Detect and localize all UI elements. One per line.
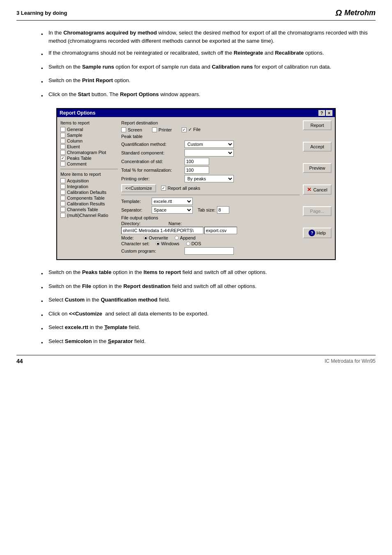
item-comment[interactable]: Comment — [60, 161, 118, 166]
windows-option[interactable]: Windows — [156, 241, 180, 246]
item-components-table[interactable]: Components Table — [60, 196, 118, 200]
bullet-4-text: Switch on the Print Report option. — [48, 76, 130, 86]
bullet-4: • Switch on the Print Report option. — [41, 76, 376, 86]
item-integration-checkbox[interactable] — [60, 184, 65, 189]
separator-select[interactable]: Space — [152, 206, 193, 214]
printer-label: Printer — [159, 127, 172, 132]
bullet-dot: • — [41, 64, 44, 73]
item-eluent-checkbox[interactable] — [60, 144, 65, 149]
bottom-bullet-5: • Select excele.rtt in the Template fiel… — [41, 323, 376, 333]
item-acquisition[interactable]: Acquisition — [60, 178, 118, 183]
customize-button[interactable]: <<Customize — [121, 184, 156, 192]
append-radio[interactable] — [175, 236, 179, 240]
item-calibration-results[interactable]: Calibration Results — [60, 201, 118, 206]
item-integration[interactable]: Integration — [60, 184, 118, 189]
tabsize-input[interactable] — [217, 206, 229, 214]
total-norm-input[interactable] — [184, 166, 209, 174]
item-acquisition-checkbox[interactable] — [60, 178, 65, 183]
help-icon: ? — [309, 230, 315, 236]
report-destination-row: Screen Printer ✓ File — [121, 127, 300, 132]
std-component-select[interactable] — [184, 149, 234, 157]
item-chromatogram-plot[interactable]: Chromatogram Plot — [60, 150, 118, 155]
dos-radio[interactable] — [186, 242, 190, 246]
dialog-help-btn[interactable]: ? — [318, 110, 325, 116]
dialog-title: Report Options — [60, 110, 95, 116]
item-sample-checkbox[interactable] — [60, 133, 65, 138]
printing-order-select[interactable]: By peaks — [184, 175, 234, 182]
printing-order-label: Printing order: — [121, 176, 183, 181]
report-all-peaks-checkbox[interactable] — [161, 186, 166, 191]
item-channels-table[interactable]: Channels Table — [60, 207, 118, 212]
item-chromatogram-checkbox[interactable] — [60, 150, 65, 155]
conc-std-label: Concentration of std: — [121, 159, 183, 164]
item-peaks-table[interactable]: Peaks Table — [60, 156, 118, 161]
dialog-body: Items to report General Sample Column El… — [57, 117, 335, 259]
mode-radio-group: Overwrite Append — [143, 235, 196, 240]
bottom-bullet-3-text: Select Custom in the Quantification meth… — [48, 296, 170, 306]
bullet-dot: • — [41, 297, 44, 306]
printer-checkbox[interactable] — [152, 127, 157, 132]
printer-option[interactable]: Printer — [152, 127, 172, 132]
screen-label: Screen — [128, 127, 142, 132]
file-option[interactable]: ✓ File — [182, 127, 201, 132]
logo: Ω Metrohm — [335, 8, 376, 18]
windows-label: Windows — [161, 241, 180, 246]
item-multi-checkbox[interactable] — [60, 213, 65, 218]
page-footer: 44 IC Metrodata for Win95 — [16, 355, 376, 364]
item-column-checkbox[interactable] — [60, 138, 65, 143]
help-label: Help — [316, 230, 326, 235]
item-cal-defaults-checkbox[interactable] — [60, 190, 65, 195]
bottom-bullet-6: • Select Semicolon in the Separator fiel… — [41, 337, 376, 347]
page-button[interactable]: Page... — [303, 206, 332, 216]
template-select[interactable]: excele.rtt — [152, 198, 193, 205]
item-comment-checkbox[interactable] — [60, 161, 65, 166]
cancel-button[interactable]: ✕ Cancel — [303, 184, 332, 195]
conc-std-input[interactable] — [184, 158, 209, 165]
separator-row: Separator: Space Tab size: — [121, 206, 300, 214]
separator-label: Separator: — [121, 207, 150, 212]
report-all-peaks-option[interactable]: Report all peaks — [161, 186, 201, 191]
customize-row: <<Customize Report all peaks — [121, 184, 300, 192]
item-components-checkbox[interactable] — [60, 196, 65, 200]
file-checkbox[interactable] — [182, 127, 187, 132]
item-column[interactable]: Column — [60, 138, 118, 143]
bullet-5: • Click on the Start button. The Report … — [41, 90, 376, 100]
item-multichannel-ratio[interactable]: (multi)Channel Ratio — [60, 213, 118, 218]
directory-input[interactable] — [121, 227, 203, 234]
bottom-bullet-3: • Select Custom in the Quantification me… — [41, 296, 376, 306]
screen-checkbox[interactable] — [121, 127, 126, 132]
logo-symbol: Ω — [335, 8, 342, 18]
filename-input[interactable] — [204, 227, 237, 234]
report-button[interactable]: Report — [303, 120, 332, 130]
quant-method-label: Quantification method: — [121, 142, 183, 147]
cancel-label: Cancel — [313, 187, 327, 192]
custom-program-input[interactable] — [184, 247, 234, 255]
overwrite-option[interactable]: Overwrite — [143, 235, 168, 240]
bullet-3-text: Switch on the Sample runs option for exp… — [48, 63, 331, 73]
item-eluent[interactable]: Eluent — [60, 144, 118, 149]
item-channels-checkbox[interactable] — [60, 207, 65, 212]
help-button[interactable]: ? Help — [303, 228, 332, 238]
quant-method-select[interactable]: Custom — [184, 140, 234, 148]
left-panel: Items to report General Sample Column El… — [60, 120, 118, 256]
item-calibration-defaults[interactable]: Calibration Defaults — [60, 190, 118, 195]
preview-button[interactable]: Preview — [303, 163, 332, 173]
cancel-x-icon: ✕ — [307, 187, 311, 193]
screen-option[interactable]: Screen — [121, 127, 142, 132]
item-peaks-checkbox[interactable] — [60, 156, 65, 161]
accept-button[interactable]: Accept — [303, 142, 332, 152]
more-items-label: More items to report — [60, 172, 118, 177]
filepath-row — [121, 227, 300, 234]
windows-radio[interactable] — [156, 242, 160, 246]
append-option[interactable]: Append — [175, 235, 196, 240]
dialog-close-btn[interactable]: × — [326, 110, 332, 116]
overwrite-radio[interactable] — [143, 236, 148, 240]
dos-option[interactable]: DOS — [186, 241, 201, 246]
item-general-checkbox[interactable] — [60, 127, 65, 132]
dialog-titlebar: Report Options ? × — [57, 109, 335, 117]
item-cal-results-checkbox[interactable] — [60, 201, 65, 206]
directory-label: Directory: — [121, 221, 141, 226]
item-peaks-label: Peaks Table — [67, 156, 92, 161]
item-sample[interactable]: Sample — [60, 133, 118, 138]
item-general[interactable]: General — [60, 127, 118, 132]
